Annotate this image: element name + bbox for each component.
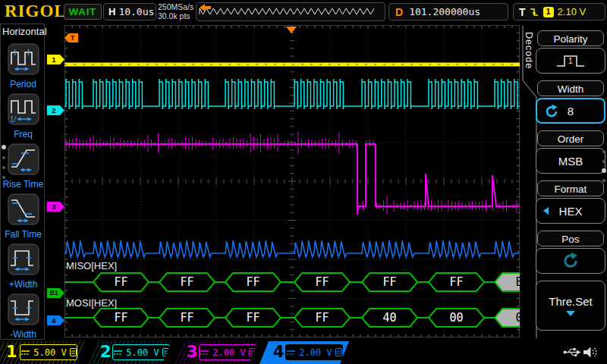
channel1-scale: 5.00 V (33, 347, 66, 358)
svg-text:FF: FF (382, 275, 396, 289)
trigger-level-value: 2.10 V (558, 6, 587, 17)
channel1-number: 1 (6, 343, 17, 361)
memory-depth: 30.0k pts (158, 11, 193, 20)
channel4-status[interactable]: 4 2.00 V (259, 341, 349, 364)
delay-label: D (395, 6, 403, 18)
order-button[interactable]: MSB (536, 148, 605, 174)
channel3-status[interactable]: 3 2.00 V (173, 341, 258, 364)
svg-text:1: 1 (568, 57, 573, 65)
svg-text:FF: FF (246, 275, 259, 289)
left-menu-title: Horizontal (2, 26, 47, 37)
bus1-position-marker[interactable]: B1 (47, 288, 64, 298)
svg-text:00: 00 (449, 311, 463, 325)
order-title: Order (537, 130, 604, 146)
period-icon (8, 43, 39, 75)
threshold-label: Thre.Set (549, 295, 593, 308)
svg-text:FF: FF (449, 275, 463, 289)
horizontal-measure-menu: Horizontal Period 1/ Freq (0, 24, 45, 340)
minus-width-icon (8, 293, 39, 325)
usb-icon (563, 346, 581, 359)
channel4-position-marker[interactable]: 4 (47, 315, 64, 325)
speaker-icon (583, 345, 601, 360)
channel1-position-marker[interactable]: 1 (47, 55, 64, 64)
svg-text:40: 40 (382, 311, 396, 325)
menu-item-rise-time[interactable]: Rise Time (1, 143, 46, 190)
top-status-bar: RIGOL WAIT H 10.0us 250MSa/s 30.0k pts D… (0, 0, 607, 23)
dc-coupling-icon (20, 349, 30, 356)
menu-item-label: +Width (1, 279, 46, 290)
decode-menu: Decode Polarity 1 Width 8 Order MSB Form… (522, 23, 607, 345)
fall-time-icon (8, 193, 39, 225)
width-button[interactable]: 8 (536, 98, 605, 124)
falling-edge-icon (529, 6, 539, 18)
plus-width-icon (8, 243, 39, 275)
channel2-scale-box: 5.00 V (112, 344, 170, 360)
sample-rate: 250MSa/s (158, 2, 193, 11)
svg-text:FF: FF (180, 275, 193, 289)
bw-limit-icon (70, 348, 77, 356)
channel2-number: 2 (100, 343, 112, 361)
overview-waveform (197, 3, 383, 19)
polarity-title: Polarity (537, 30, 604, 46)
format-value: HEX (559, 205, 583, 218)
rigol-logo: RIGOL (5, 2, 67, 21)
channel3-scale: 2.00 V (212, 347, 245, 358)
trigger-position-marker[interactable] (286, 27, 297, 33)
dc-coupling-icon (286, 349, 296, 356)
horizontal-timebase-box[interactable]: H 10.0us (103, 3, 156, 20)
menu-item-neg-width[interactable]: -Width (1, 293, 46, 340)
delay-value: 101.200000us (409, 6, 480, 17)
pos-button[interactable] (536, 248, 605, 274)
channel-status-bar: 1 5.00 V 2 5.00 V (0, 341, 607, 364)
horizontal-position-box[interactable]: D 101.200000us (388, 3, 508, 20)
menu-item-pos-width[interactable]: +Width (1, 243, 46, 290)
acquisition-status: WAIT (64, 4, 102, 20)
svg-text:00: 00 (515, 311, 520, 325)
order-value: MSB (558, 155, 583, 168)
width-title: Width (537, 80, 604, 96)
trigger-status-box[interactable]: T 1 2.10 V (513, 3, 605, 20)
channel2-position-marker[interactable]: 2 (47, 105, 64, 115)
bw-limit-icon (162, 348, 169, 356)
width-value: 8 (568, 105, 574, 118)
trigger-source-badge: 1 (543, 7, 554, 17)
menu-tab-title: Decode (524, 32, 534, 69)
menu-item-label: Fall Time (1, 229, 46, 240)
channel2-status[interactable]: 2 5.00 V (86, 341, 171, 364)
waveform-overview-strip[interactable] (196, 2, 385, 21)
svg-text:1/: 1/ (10, 115, 17, 124)
threshold-set-button[interactable]: Thre.Set (536, 281, 605, 331)
dc-coupling-icon (200, 349, 209, 356)
freq-icon: 1/ (8, 93, 39, 125)
channel3-position-marker[interactable]: 3 (47, 202, 64, 212)
bw-limit-icon (335, 348, 342, 356)
menu-item-label: -Width (1, 329, 46, 340)
timebase-value: 10.0us (118, 6, 154, 17)
menu-item-label: Freq (1, 129, 46, 140)
svg-text:FF: FF (180, 311, 193, 325)
sample-rate-readout: 250MSa/s 30.0k pts (158, 2, 193, 20)
svg-text:FF: FF (114, 275, 127, 289)
polarity-button[interactable]: 1 (536, 48, 605, 74)
pos-title: Pos (537, 231, 604, 246)
channel4-scale: 2.00 V (299, 347, 332, 358)
waveform-canvas: FFFFFFFFFFFFE0MISO[HEX]FFFFFFFF400000MOS… (64, 25, 520, 337)
bw-limit-icon (249, 348, 256, 356)
channel1-status[interactable]: 1 5.00 V (0, 341, 85, 364)
format-button[interactable]: HEX (536, 198, 605, 224)
channel3-scale-box: 2.00 V (199, 344, 256, 360)
trigger-label: T (519, 6, 526, 18)
menu-item-freq[interactable]: 1/ Freq (1, 93, 46, 140)
positive-pulse-icon: 1 (549, 52, 592, 70)
format-title: Format (537, 180, 604, 196)
menu-item-label: Rise Time (1, 179, 46, 190)
menu-item-fall-time[interactable]: Fall Time (1, 193, 46, 240)
channel3-number: 3 (187, 343, 198, 361)
svg-text:FF: FF (315, 275, 329, 289)
dc-coupling-icon (113, 349, 123, 356)
timebase-label: H (109, 6, 115, 17)
svg-text:MOSI[HEX]: MOSI[HEX] (66, 297, 117, 309)
oscilloscope-screen: RIGOL WAIT H 10.0us 250MSa/s 30.0k pts D… (0, 0, 607, 364)
menu-item-period[interactable]: Period (1, 43, 46, 89)
waveform-display-area: FFFFFFFFFFFFE0MISO[HEX]FFFFFFFF400000MOS… (64, 25, 520, 337)
